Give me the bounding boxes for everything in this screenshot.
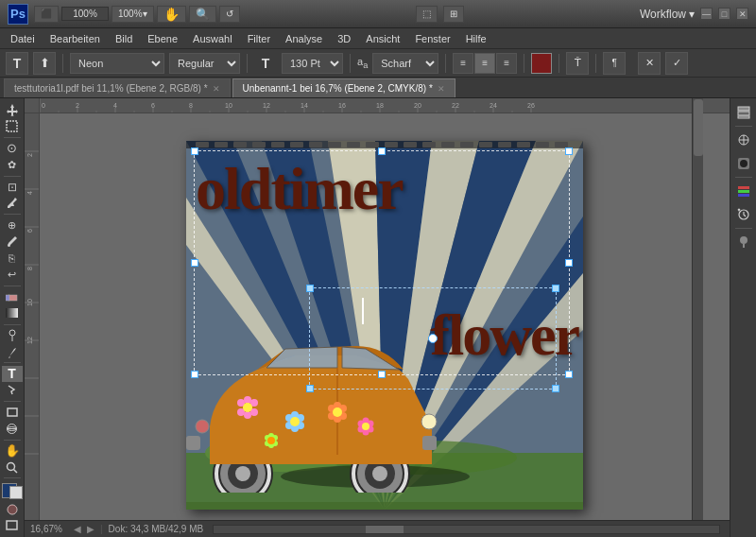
channels-panel-btn[interactable] [733,181,754,201]
align-left-btn[interactable]: ≡ [453,53,473,74]
status-zoom[interactable]: 16,67% [30,524,68,534]
shape-rect-tool[interactable] [2,405,23,420]
menu-auswahl[interactable]: Auswahl [186,31,239,46]
tab-1[interactable]: Unbenannt-1 bei 16,7% (Ebene 2, CMYK/8) … [232,78,455,97]
minimize-btn[interactable]: — [700,8,713,20]
quick-select-tool[interactable]: ✿ [2,157,23,172]
eraser-tool[interactable] [2,289,23,304]
tab-0[interactable]: testtutoria1l.pdf bei 11,1% (Ebene 2, RG… [4,78,231,97]
menu-ebene[interactable]: Ebene [141,31,184,46]
layers-panel-btn[interactable] [733,102,754,123]
title-layout-btn2[interactable]: ⊞ [443,6,464,23]
title-tool-2[interactable]: 100%▾ [112,6,154,23]
close-btn[interactable]: ✕ [736,8,748,20]
text-color-swatch[interactable] [531,53,552,74]
menu-fenster[interactable]: Fenster [408,31,456,46]
brush-tool[interactable] [2,234,23,250]
font-size-select[interactable]: 130 Pt [282,53,343,74]
title-nav-btn[interactable]: ✋ [157,6,186,23]
menu-bild[interactable]: Bild [109,31,139,46]
svg-rect-102 [460,142,473,147]
eyedropper-tool[interactable] [2,196,23,211]
aa-mode-select[interactable]: Scharf [372,53,438,74]
tab-1-close[interactable]: ✕ [438,84,445,94]
path-select-tool[interactable] [2,383,23,398]
warp-text-btn[interactable]: T̂ [566,52,589,75]
brush-panel-btn[interactable] [733,232,754,252]
cancel-edit-btn[interactable]: ✕ [638,52,661,75]
status-nav-prev[interactable]: ◀ [74,524,81,534]
history-brush-tool[interactable]: ↩ [2,267,23,282]
pen-tool[interactable] [2,344,23,359]
hscroll-thumb[interactable] [366,526,404,533]
background-color[interactable] [9,486,23,499]
menu-datei[interactable]: Datei [4,31,42,46]
char-panel-btn[interactable]: ¶ [603,52,626,75]
restore-btn[interactable]: □ [718,8,730,20]
menu-bearbeiten[interactable]: Bearbeiten [43,31,107,46]
vscroll-thumb[interactable] [694,99,703,156]
svg-rect-1 [7,121,17,131]
status-doc-info: Dok: 34,3 MB/42,9 MB [109,524,204,534]
horizontal-scrollbar[interactable] [213,525,720,534]
svg-point-131 [244,411,251,419]
menu-analyse[interactable]: Analyse [279,31,329,46]
svg-rect-164 [738,112,749,115]
move-tool[interactable] [2,102,23,117]
svg-text:12: 12 [26,337,33,344]
canvas-area[interactable]: // This is rendered via CSS/SVG 0 2 4 6 … [25,98,730,537]
title-rotate-btn[interactable]: ↺ [219,6,240,23]
title-tool-1[interactable]: ⬛ [34,6,59,23]
masks-panel-btn[interactable] [733,153,754,174]
3d-rotate-tool[interactable] [2,421,23,436]
lasso-tool[interactable]: ⊙ [2,141,23,156]
type-tool[interactable]: T [2,366,23,381]
svg-text:26: 26 [527,102,535,109]
workflow-label[interactable]: Workflow ▾ [640,8,695,21]
commit-edit-btn[interactable]: ✓ [665,52,688,75]
tab-0-close[interactable]: ✕ [213,84,220,94]
clone-stamp-tool[interactable]: ⎘ [2,251,23,266]
opt-sep3 [350,54,351,73]
svg-point-141 [290,417,300,426]
svg-rect-174 [743,244,745,248]
svg-text:2: 2 [76,102,79,109]
font-style-select[interactable]: Regular [169,53,240,74]
title-right: Workflow ▾ — □ ✕ [640,8,748,21]
rp-sep3 [735,228,752,229]
heal-brush-tool[interactable]: ⊕ [2,217,23,233]
zoom-display[interactable]: 100% [61,7,109,21]
status-nav-next[interactable]: ▶ [87,524,94,534]
dodge-tool[interactable] [2,327,23,342]
svg-rect-96 [347,142,360,147]
title-zoom-btn[interactable]: 🔍 [189,6,216,23]
marquee-tool[interactable] [2,118,23,133]
status-bar: 16,67% ◀ ▶ | Dok: 34,3 MB/42,9 MB [25,520,730,537]
color-boxes[interactable] [2,483,23,498]
menu-filter[interactable]: Filter [241,31,277,46]
svg-text:20: 20 [414,102,421,109]
screen-mode-btn[interactable] [2,518,23,533]
font-name-select[interactable]: Neon [70,53,164,74]
menu-3d[interactable]: 3D [331,31,357,46]
quick-mask-btn[interactable] [2,504,23,515]
text-orient-icon[interactable]: ⬆ [33,52,56,75]
zoom-tool[interactable] [2,459,23,475]
history-panel-btn[interactable] [733,204,754,225]
align-right-btn[interactable]: ≡ [496,53,517,74]
document-canvas[interactable]: oldtimer flower [40,113,730,537]
poster-document[interactable]: oldtimer flower [186,141,583,510]
text-tool-icon[interactable]: T [6,52,28,75]
hand-tool[interactable]: ✋ [2,442,23,458]
title-layout-btn1[interactable]: ⬚ [416,6,438,23]
crop-tool[interactable]: ⊡ [2,179,23,194]
menu-hilfe[interactable]: Hilfe [459,31,493,46]
adjustments-panel-btn[interactable] [733,130,754,150]
vertical-scrollbar[interactable] [692,98,703,520]
tool-sep2 [4,176,21,177]
align-center-btn[interactable]: ≡ [474,53,495,74]
poster-text-oldtimer: oldtimer [196,154,403,224]
menu-ansicht[interactable]: Ansicht [359,31,406,46]
svg-rect-106 [536,142,549,147]
gradient-tool[interactable] [2,305,23,320]
